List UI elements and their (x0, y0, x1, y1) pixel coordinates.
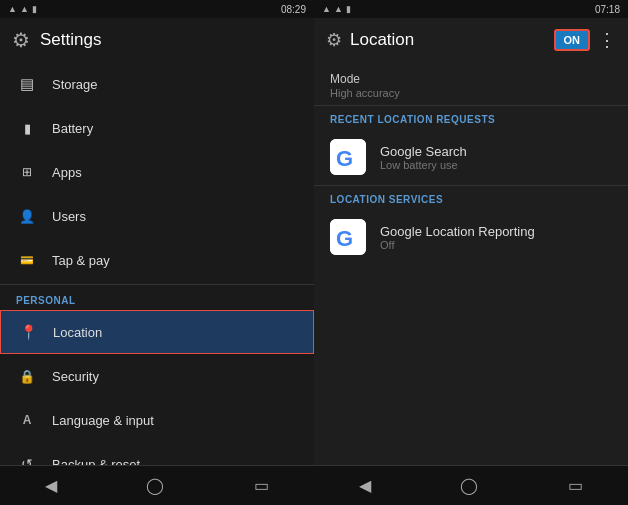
signal-icon-right: ▲ (334, 4, 343, 14)
location-title: Location (350, 30, 414, 50)
svg-text:G: G (336, 226, 353, 251)
location-label: Location (53, 325, 102, 340)
google-location-icon: G (330, 219, 366, 255)
users-icon: 👤 (16, 205, 38, 227)
status-bar-right: ▲ ▲ ▮ 07:18 (314, 0, 628, 18)
storage-icon: ▤ (16, 73, 38, 95)
security-label: Security (52, 369, 99, 384)
back-button[interactable]: ◀ (45, 476, 57, 495)
backup-icon: ↺ (16, 453, 38, 465)
sidebar-item-backup[interactable]: ↺ Backup & reset (0, 442, 314, 465)
sidebar-item-tap-pay[interactable]: 💳 Tap & pay (0, 238, 314, 282)
location-content: Mode High accuracy RECENT LOCATION REQUE… (314, 62, 628, 465)
sidebar-item-language[interactable]: A Language & input (0, 398, 314, 442)
recent-requests-header: RECENT LOCATION REQUESTS (314, 106, 628, 129)
sidebar-item-battery[interactable]: ▮ Battery (0, 106, 314, 150)
google-search-desc: Low battery use (380, 159, 467, 171)
settings-header: ⚙ Settings (0, 18, 314, 62)
recent-button[interactable]: ▭ (254, 476, 269, 495)
settings-title: Settings (40, 30, 101, 50)
storage-label: Storage (52, 77, 98, 92)
battery-icon: ▮ (16, 117, 38, 139)
mode-label: Mode (330, 72, 612, 86)
right-bottom-nav: ◀ ◯ ▭ (314, 465, 628, 505)
google-location-name: Google Location Reporting (380, 224, 535, 239)
status-time-left: 08:29 (281, 4, 306, 15)
mode-value: High accuracy (330, 87, 612, 99)
google-search-info: Google Search Low battery use (380, 144, 467, 171)
google-location-desc: Off (380, 239, 535, 251)
google-search-icon: G (330, 139, 366, 175)
battery-status-icon-right: ▮ (346, 4, 351, 14)
sidebar-item-users[interactable]: 👤 Users (0, 194, 314, 238)
tap-pay-label: Tap & pay (52, 253, 110, 268)
right-recent-button[interactable]: ▭ (568, 476, 583, 495)
google-search-name: Google Search (380, 144, 467, 159)
language-label: Language & input (52, 413, 154, 428)
wifi-icon-right: ▲ (322, 4, 331, 14)
apps-label: Apps (52, 165, 82, 180)
sidebar-item-storage[interactable]: ▤ Storage (0, 62, 314, 106)
apps-icon: ⊞ (16, 161, 38, 183)
sidebar-item-security[interactable]: 🔒 Security (0, 354, 314, 398)
left-bottom-nav: ◀ ◯ ▭ (0, 465, 314, 505)
sidebar-item-apps[interactable]: ⊞ Apps (0, 150, 314, 194)
home-button[interactable]: ◯ (146, 476, 164, 495)
battery-label: Battery (52, 121, 93, 136)
status-icons-left: ▲ ▲ ▮ (8, 4, 37, 14)
location-gear-icon: ⚙ (326, 29, 342, 51)
signal-icon: ▲ (20, 4, 29, 14)
right-panel: ⚙ Location ON ⋮ Mode High accuracy RECEN… (314, 18, 628, 505)
wifi-icon: ▲ (8, 4, 17, 14)
sidebar-item-location[interactable]: 📍 Location (0, 310, 314, 354)
left-panel: ⚙ Settings ▤ Storage ▮ Battery ⊞ Apps 👤 … (0, 18, 314, 505)
backup-label: Backup & reset (52, 457, 140, 466)
location-toggle[interactable]: ON (554, 29, 591, 51)
battery-status-icon: ▮ (32, 4, 37, 14)
settings-menu: ▤ Storage ▮ Battery ⊞ Apps 👤 Users 💳 Tap… (0, 62, 314, 465)
gear-icon: ⚙ (12, 28, 30, 52)
security-icon: 🔒 (16, 365, 38, 387)
header-left: ⚙ Location (326, 29, 414, 51)
divider-personal (0, 284, 314, 285)
mode-section[interactable]: Mode High accuracy (314, 62, 628, 105)
google-location-reporting-item[interactable]: G Google Location Reporting Off (314, 209, 628, 265)
more-options-icon[interactable]: ⋮ (598, 29, 616, 51)
header-actions: ON ⋮ (554, 29, 617, 51)
location-icon: 📍 (17, 321, 39, 343)
section-personal: PERSONAL (0, 287, 314, 310)
right-back-button[interactable]: ◀ (359, 476, 371, 495)
status-time-right: 07:18 (595, 4, 620, 15)
users-label: Users (52, 209, 86, 224)
status-bar-left: ▲ ▲ ▮ 08:29 (0, 0, 314, 18)
language-icon: A (16, 409, 38, 431)
svg-text:G: G (336, 146, 353, 171)
right-home-button[interactable]: ◯ (460, 476, 478, 495)
google-location-info: Google Location Reporting Off (380, 224, 535, 251)
tap-pay-icon: 💳 (16, 249, 38, 271)
status-icons-right: ▲ ▲ ▮ (322, 4, 351, 14)
google-search-item[interactable]: G Google Search Low battery use (314, 129, 628, 185)
location-services-header: LOCATION SERVICES (314, 186, 628, 209)
location-header: ⚙ Location ON ⋮ (314, 18, 628, 62)
